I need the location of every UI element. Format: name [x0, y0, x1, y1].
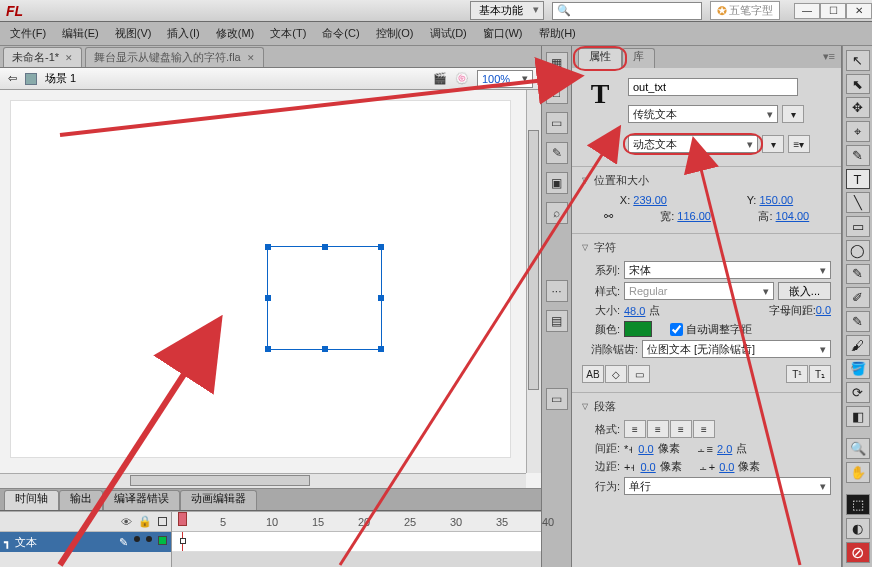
- menu-insert[interactable]: 插入(I): [167, 26, 199, 41]
- tab-motion-editor[interactable]: 动画编辑器: [180, 490, 257, 510]
- line-behavior-select[interactable]: 单行: [624, 477, 831, 495]
- y-value[interactable]: 150.00: [759, 194, 793, 206]
- embed-button[interactable]: 嵌入...: [778, 282, 831, 300]
- workspace-selector[interactable]: 基本功能: [470, 1, 544, 20]
- menu-modify[interactable]: 修改(M): [216, 26, 255, 41]
- pencil-tool[interactable]: ✎: [846, 264, 870, 285]
- menu-debug[interactable]: 调试(D): [430, 26, 467, 41]
- instance-name-input[interactable]: [628, 78, 798, 96]
- close-icon[interactable]: ✕: [65, 53, 73, 63]
- align-center-icon[interactable]: ≡: [647, 420, 669, 438]
- scene-label[interactable]: 场景 1: [45, 71, 76, 86]
- menu-help[interactable]: 帮助(H): [539, 26, 576, 41]
- tab-library[interactable]: 库: [622, 48, 655, 68]
- font-style-select[interactable]: Regular: [624, 282, 774, 300]
- playhead[interactable]: [178, 512, 187, 526]
- dropdown-icon[interactable]: ▾: [762, 135, 784, 153]
- letter-spacing-value[interactable]: 0.0: [816, 304, 831, 316]
- brush-tool[interactable]: ✐: [846, 287, 870, 308]
- align-justify-icon[interactable]: ≡: [693, 420, 715, 438]
- minimize-button[interactable]: —: [794, 3, 820, 19]
- hand-tool[interactable]: ✋: [846, 462, 870, 483]
- maximize-button[interactable]: ☐: [820, 3, 846, 19]
- align-right-icon[interactable]: ≡: [670, 420, 692, 438]
- keyframe[interactable]: [180, 538, 186, 544]
- stage-area[interactable]: [0, 90, 541, 489]
- lasso-tool[interactable]: ⌖: [846, 121, 870, 142]
- menu-text[interactable]: 文本(T): [270, 26, 306, 41]
- fill-color[interactable]: ◐: [846, 518, 870, 539]
- frame-row[interactable]: [172, 532, 541, 552]
- eyedropper-tool[interactable]: ⟳: [846, 382, 870, 403]
- selection-tool[interactable]: ↖: [846, 50, 870, 71]
- doc-tab-active[interactable]: 未命名-1*✕: [3, 47, 82, 67]
- width-value[interactable]: 116.00: [677, 210, 711, 222]
- color-swatch[interactable]: [624, 321, 652, 337]
- edit-scene-icon[interactable]: 🎬: [433, 72, 447, 85]
- x-value[interactable]: 239.00: [633, 194, 667, 206]
- twirl-icon[interactable]: ▽: [582, 176, 588, 185]
- dock-icon[interactable]: ✎: [546, 142, 568, 164]
- outline-icon[interactable]: [158, 517, 167, 526]
- tab-timeline[interactable]: 时间轴: [4, 490, 59, 510]
- menu-file[interactable]: 文件(F): [10, 26, 46, 41]
- edit-symbol-icon[interactable]: 🍥: [455, 72, 469, 85]
- dock-icon[interactable]: ▦: [546, 52, 568, 74]
- close-button[interactable]: ✕: [846, 3, 872, 19]
- menu-view[interactable]: 视图(V): [115, 26, 152, 41]
- auto-kern-checkbox[interactable]: [670, 323, 683, 336]
- doc-tab[interactable]: 舞台显示从键盘输入的字符.fla✕: [85, 47, 264, 67]
- lock-icon[interactable]: 🔒: [138, 515, 152, 528]
- back-icon[interactable]: ⇦: [8, 72, 17, 85]
- lock-aspect-icon[interactable]: ⚯: [604, 210, 613, 223]
- subselection-tool[interactable]: ⬉: [846, 74, 870, 95]
- eye-icon[interactable]: 👁: [121, 516, 132, 528]
- orientation-icon[interactable]: ≡▾: [788, 135, 810, 153]
- text-engine-select[interactable]: 传统文本: [628, 105, 778, 123]
- menu-control[interactable]: 控制(O): [376, 26, 414, 41]
- leading-value[interactable]: 2.0: [717, 443, 732, 455]
- tab-properties[interactable]: 属性: [578, 48, 622, 68]
- frame-ruler[interactable]: 1 5 10 15 20 25 30 35 40: [172, 512, 541, 532]
- h-scrollbar[interactable]: [0, 473, 526, 488]
- height-value[interactable]: 104.00: [776, 210, 810, 222]
- paint-bucket-tool[interactable]: 🪣: [846, 359, 870, 380]
- close-icon[interactable]: ✕: [247, 53, 255, 63]
- dock-icon[interactable]: ▭: [546, 388, 568, 410]
- oval-tool[interactable]: ◯: [846, 240, 870, 261]
- dock-icon[interactable]: ▤: [546, 310, 568, 332]
- layer-row[interactable]: ┓ 文本 ✎: [0, 532, 171, 552]
- twirl-icon[interactable]: ▽: [582, 402, 588, 411]
- dock-icon[interactable]: □: [546, 82, 568, 104]
- left-margin-value[interactable]: 0.0: [640, 461, 655, 473]
- eraser-tool[interactable]: ◧: [846, 406, 870, 427]
- deco-tool[interactable]: ✎: [846, 311, 870, 332]
- tab-output[interactable]: 输出: [59, 490, 103, 510]
- align-left-icon[interactable]: ≡: [624, 420, 646, 438]
- pen-tool[interactable]: ✎: [846, 145, 870, 166]
- swap-colors[interactable]: ⊘: [846, 542, 870, 563]
- dock-icon[interactable]: ▭: [546, 112, 568, 134]
- menu-edit[interactable]: 编辑(E): [62, 26, 99, 41]
- stage[interactable]: [10, 100, 511, 458]
- tab-compiler-errors[interactable]: 编译器错误: [103, 490, 180, 510]
- ink-bottle-tool[interactable]: 🖌: [846, 335, 870, 356]
- superscript-icon[interactable]: T¹: [786, 365, 808, 383]
- font-family-select[interactable]: 宋体: [624, 261, 831, 279]
- dock-icon[interactable]: ···: [546, 280, 568, 302]
- font-size-value[interactable]: 48.0: [624, 305, 645, 317]
- indent-value[interactable]: 0.0: [638, 443, 653, 455]
- v-scrollbar[interactable]: [526, 90, 541, 473]
- text-type-select[interactable]: 动态文本: [628, 135, 758, 153]
- search-input[interactable]: 🔍: [552, 2, 702, 20]
- dropdown-icon[interactable]: ▾: [782, 105, 804, 123]
- border-icon[interactable]: ▭: [628, 365, 650, 383]
- html-icon[interactable]: ◇: [605, 365, 627, 383]
- rectangle-tool[interactable]: ▭: [846, 216, 870, 237]
- menu-commands[interactable]: 命令(C): [322, 26, 359, 41]
- stroke-color[interactable]: ⬚: [846, 494, 870, 515]
- text-tool[interactable]: T: [846, 169, 870, 190]
- zoom-tool[interactable]: 🔍: [846, 438, 870, 459]
- right-margin-value[interactable]: 0.0: [719, 461, 734, 473]
- dock-icon[interactable]: ⌕: [546, 202, 568, 224]
